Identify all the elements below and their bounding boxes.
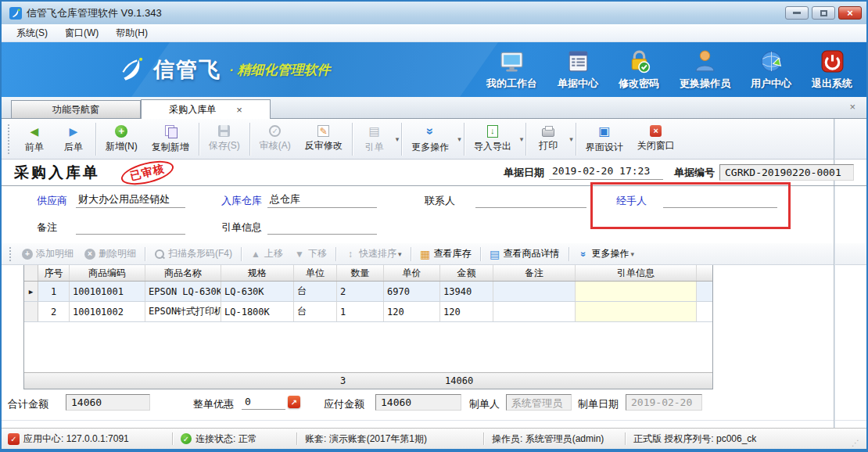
col-header-qty[interactable]: 数量 <box>337 265 384 281</box>
dropdown-arrow-icon[interactable]: ▾ <box>520 135 524 143</box>
banner-actions: 我的工作台 单据中心 修改密码 更换操作员 用户中心 退出系统 <box>466 48 866 91</box>
banner-action-exit[interactable]: 退出系统 <box>812 48 852 91</box>
handler-field[interactable] <box>663 192 777 208</box>
import-export-button[interactable]: 导入导出 <box>467 123 518 156</box>
move-up-button[interactable]: 上移 <box>245 245 289 263</box>
doc-date-label: 单据日期 <box>504 166 544 180</box>
toolbar-separator <box>480 247 481 261</box>
ref-info-field[interactable] <box>267 219 377 235</box>
minimize-button[interactable] <box>785 6 809 20</box>
status-bar: 应用中心: 127.0.0.1:7091 连接状态: 正常 账套: 演示账套(2… <box>2 428 866 449</box>
quick-sort-button[interactable]: 快速排序▾ <box>339 245 407 263</box>
make-date-label: 制单日期 <box>578 397 619 411</box>
app-logo-icon <box>8 433 20 445</box>
audit-button[interactable]: 审核(A) <box>253 123 298 155</box>
col-header-name[interactable]: 商品名称 <box>145 265 221 281</box>
col-header-code[interactable]: 商品编码 <box>70 265 145 281</box>
grid-empty-area <box>24 322 712 372</box>
toolbar-separator <box>241 247 242 261</box>
doc-no-field: CGRKD-20190220-0001 <box>719 164 854 181</box>
discount-label: 整单优惠 <box>193 397 234 411</box>
window-title: 信管飞仓库管理软件 V9.1.343 <box>27 6 162 20</box>
prev-doc-button[interactable]: 前单 <box>15 122 54 156</box>
close-button[interactable] <box>838 6 862 20</box>
contact-field[interactable] <box>475 192 586 208</box>
ref-doc-button[interactable]: 引单 <box>355 122 394 156</box>
dropdown-arrow-icon[interactable]: ▾ <box>569 135 573 143</box>
window-design-icon <box>597 124 612 138</box>
toolbar-grip <box>8 124 12 154</box>
print-button[interactable]: 打印 <box>529 123 568 155</box>
dropdown-arrow-icon[interactable]: ▾ <box>457 135 461 143</box>
table-row[interactable]: ▶ 1 100101001 EPSON LQ-630K LQ-630K 台 2 … <box>24 282 712 302</box>
menu-system[interactable]: 系统(S) <box>8 24 56 42</box>
toolbar-separator <box>464 123 464 156</box>
restore-button[interactable] <box>812 6 835 20</box>
next-doc-button[interactable]: 后单 <box>54 122 93 156</box>
col-header-remark[interactable]: 备注 <box>493 265 576 281</box>
table-row[interactable]: 2 100101002 EPSON针式打印机 LQ-1800K 台 1 120 … <box>24 302 712 322</box>
grid-summary-row: 3 14060 <box>24 372 712 389</box>
add-detail-button[interactable]: +添加明细 <box>16 245 79 263</box>
toolbar-separator <box>335 247 336 261</box>
col-header-unit[interactable]: 单位 <box>294 265 337 281</box>
dropdown-arrow-icon[interactable]: ▾ <box>396 135 400 143</box>
delete-detail-button[interactable]: ×删除明细 <box>79 245 142 263</box>
app-window: 信管飞仓库管理软件 V9.1.343 系统(S) 窗口(W) 帮助(H) 信管飞… <box>0 0 868 452</box>
col-header-amount[interactable]: 金额 <box>440 265 493 281</box>
col-header-spec[interactable]: 规格 <box>221 265 294 281</box>
document-toolbar: 前单 后单 新增(N) 复制新增 保存(S) 审核(A) 反审修改 引单▾ 更多… <box>2 119 866 160</box>
warehouse-label: 入库仓库 <box>221 194 262 208</box>
banner-action-switch-operator[interactable]: 更换操作员 <box>680 48 730 91</box>
tab-close-icon[interactable]: × <box>236 104 242 116</box>
tab-bar: 功能导航窗 采购入库单 × × <box>2 97 866 118</box>
warehouse-field[interactable]: 总仓库 <box>267 192 377 208</box>
total-amount-label: 合计金额 <box>8 397 48 411</box>
copy-new-button[interactable]: 复制新增 <box>145 122 196 156</box>
new-button[interactable]: 新增(N) <box>99 123 145 156</box>
col-header-refinfo[interactable]: 引单信息 <box>576 265 697 281</box>
more-actions-button[interactable]: 更多操作 <box>404 122 456 156</box>
banner-action-workbench[interactable]: 我的工作台 <box>486 48 537 91</box>
discount-field[interactable]: 0 <box>242 394 285 410</box>
toolbar-separator <box>401 123 402 156</box>
menu-help[interactable]: 帮助(H) <box>107 24 156 42</box>
banner-action-change-password[interactable]: 修改密码 <box>619 48 659 91</box>
ui-design-button[interactable]: 界面设计 <box>579 122 630 156</box>
audit-check-icon <box>269 125 281 137</box>
remark-field[interactable] <box>76 219 185 235</box>
title-bar: 信管飞仓库管理软件 V9.1.343 <box>2 2 866 24</box>
workspace: 前单 后单 新增(N) 复制新增 保存(S) 审核(A) 反审修改 引单▾ 更多… <box>2 118 866 428</box>
toolbar-separator <box>576 123 576 156</box>
magnifier-icon <box>154 249 165 260</box>
unaudit-modify-button[interactable]: 反审修改 <box>298 123 350 155</box>
ref-info-label: 引单信息 <box>221 221 262 235</box>
view-stock-button[interactable]: 查看库存 <box>414 245 477 263</box>
more-detail-actions-button[interactable]: 更多操作▾ <box>572 245 640 263</box>
toolbar-separator <box>249 123 250 156</box>
doc-no-label: 单据编号 <box>674 166 715 180</box>
tab-purchase-inbound[interactable]: 采购入库单 × <box>141 99 271 119</box>
save-button[interactable]: 保存(S) <box>202 123 247 155</box>
tabbar-close-icon[interactable]: × <box>849 101 855 113</box>
supplier-field[interactable]: 财大办公用品经销处 <box>76 192 185 208</box>
resize-grip[interactable]: ⋰ <box>852 439 860 449</box>
scan-barcode-button[interactable]: 扫描条形码(F4) <box>149 245 238 263</box>
toolbar-separator <box>525 123 526 156</box>
discount-adjust-icon[interactable] <box>288 396 300 408</box>
move-down-button[interactable]: 下移 <box>289 245 332 263</box>
banner-action-user-center[interactable]: 用户中心 <box>751 48 791 91</box>
plus-circle-icon: + <box>22 249 33 260</box>
close-window-button[interactable]: 关闭窗口 <box>630 123 682 155</box>
doc-date-field[interactable]: 2019-02-20 17:23 <box>549 165 663 180</box>
status-license: 正式版 授权序列号: pc006_ck <box>633 432 756 446</box>
col-header-price[interactable]: 单价 <box>384 265 440 281</box>
menu-window[interactable]: 窗口(W) <box>56 24 107 42</box>
col-header-seq[interactable]: 序号 <box>38 265 70 281</box>
detail-toolbar: +添加明细 ×删除明细 扫描条形码(F4) 上移 下移 快速排序▾ 查看库存 查… <box>2 243 866 265</box>
tab-nav-window[interactable]: 功能导航窗 <box>11 100 141 118</box>
x-circle-icon: × <box>84 249 95 260</box>
brand-banner: 信管飞 · 精细化管理软件 我的工作台 单据中心 修改密码 更换操作员 <box>2 42 866 97</box>
view-product-detail-button[interactable]: 查看商品详情 <box>484 245 565 263</box>
banner-action-document-center[interactable]: 单据中心 <box>558 48 598 91</box>
